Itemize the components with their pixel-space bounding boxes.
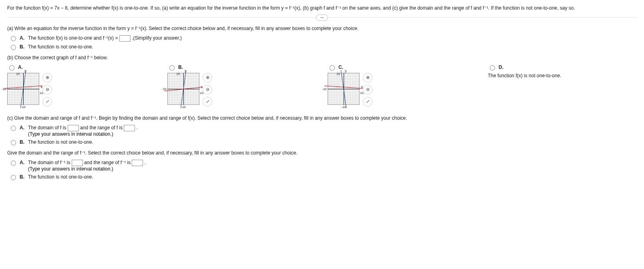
part-c-prompt-1: (c) Give the domain and range of f and f… — [7, 115, 637, 121]
tick: -10 — [162, 87, 167, 90]
tick: 10 — [336, 72, 340, 76]
tick: -10 — [322, 87, 327, 90]
part-b-choice-b-radio[interactable] — [169, 65, 175, 70]
inverse-expression-input[interactable] — [119, 35, 131, 42]
graph-choice-d: D. The function f(x) is not one-to-one. — [488, 64, 644, 106]
tick: 10 — [16, 72, 20, 76]
simplify-hint: .(Simplify your answer.) — [132, 35, 182, 41]
part-c2-choice-a-radio[interactable] — [11, 161, 16, 166]
tick: -10 — [181, 105, 186, 109]
part-b-choice-d-radio[interactable] — [490, 65, 495, 70]
tick: -10 — [2, 87, 6, 90]
choice-b-text: The function is not one-to-one. — [28, 139, 93, 145]
part-b-choice-a-radio[interactable] — [9, 65, 14, 70]
expand-icon[interactable]: ⤢ — [203, 97, 212, 106]
text: . — [137, 125, 138, 130]
part-b-prompt: (b) Choose the correct graph of f and f⁻… — [7, 55, 637, 60]
expand-icon[interactable]: ⤢ — [363, 97, 372, 106]
text: . — [145, 160, 146, 165]
part-a-choice-b-radio[interactable] — [11, 45, 16, 50]
choice-label: B. — [178, 64, 184, 70]
problem-statement: For the function f(x) = 7x − 8, determin… — [7, 5, 637, 12]
interval-note: (Type your answers in interval notation.… — [28, 166, 113, 172]
y-axis-label: y — [345, 69, 347, 73]
graph-b: y x -10 10 10 -10 — [167, 73, 199, 105]
choice-label: A. — [18, 64, 24, 70]
expand-icon[interactable]: ⤢ — [42, 97, 52, 106]
range-finv-input[interactable] — [132, 160, 143, 166]
tick: -10 — [21, 105, 26, 109]
zoom-out-icon[interactable]: ⊖ — [203, 85, 212, 94]
choice-a-text: The function f(x) is one-to-one and f⁻¹(… — [28, 35, 182, 42]
part-b-choice-c-radio[interactable] — [330, 65, 335, 70]
part-c1-choice-a-radio[interactable] — [11, 126, 16, 131]
tick: 10 — [40, 91, 43, 95]
choice-body: The domain of f is and the range of f is… — [28, 125, 138, 137]
range-f-input[interactable] — [124, 125, 135, 131]
choice-body: The domain of f⁻¹ is and the range of f⁻… — [28, 160, 146, 172]
graph-choice-group: A. y x -10 10 10 -10 ⊕ ⊖ ⤢ — [7, 64, 637, 106]
text: The domain of f is — [28, 125, 68, 130]
choice-d-text: The function f(x) is not one-to-one. — [488, 73, 644, 78]
choice-label: D. — [499, 64, 505, 70]
text: and the range of f⁻¹ is — [84, 160, 132, 165]
choice-label: A. — [20, 125, 26, 130]
choice-label: B. — [20, 44, 26, 50]
domain-finv-input[interactable] — [72, 160, 83, 166]
choice-label: B. — [20, 139, 26, 145]
text: The domain of f⁻¹ is — [28, 160, 72, 165]
zoom-out-icon[interactable]: ⊖ — [42, 85, 52, 94]
text: The function f(x) is one-to-one and f⁻¹(… — [28, 35, 119, 41]
graph-c: y x -10 10 10 -10 — [328, 73, 360, 105]
interval-note: (Type your answers in interval notation.… — [28, 131, 113, 137]
tick: -10 — [341, 105, 346, 109]
choice-label: B. — [20, 174, 26, 180]
graph-choice-c: C. y x -10 10 10 -10 ⊕ ⊖ ⤢ — [328, 64, 484, 106]
part-a-choice-a-radio[interactable] — [11, 36, 16, 41]
tick: 10 — [176, 72, 180, 76]
zoom-in-icon[interactable]: ⊕ — [42, 73, 52, 82]
choice-label: A. — [20, 35, 26, 41]
part-c2-choice-b-radio[interactable] — [11, 175, 16, 180]
choice-label: C. — [338, 64, 344, 70]
section-divider: ••• — [7, 17, 637, 18]
choice-b-text: The function is not one-to-one. — [28, 44, 93, 50]
graph-a: y x -10 10 10 -10 — [7, 73, 39, 105]
tick: 10 — [200, 91, 203, 95]
part-c-prompt-2: Give the domain and the range of f⁻¹. Se… — [7, 150, 637, 156]
more-icon[interactable]: ••• — [316, 14, 328, 21]
tick: 10 — [360, 91, 364, 95]
choice-b-text: The function is not one-to-one. — [28, 174, 93, 180]
text: and the range of f is — [80, 125, 124, 130]
part-c1-choice-b-radio[interactable] — [11, 140, 16, 145]
zoom-out-icon[interactable]: ⊖ — [363, 85, 372, 94]
choice-label: A. — [20, 160, 26, 165]
graph-choice-b: B. y x -10 10 10 -10 ⊕ ⊖ ⤢ — [167, 64, 324, 106]
part-a-prompt: (a) Write an equation for the inverse fu… — [7, 26, 637, 31]
zoom-in-icon[interactable]: ⊕ — [363, 73, 372, 82]
graph-choice-a: A. y x -10 10 10 -10 ⊕ ⊖ ⤢ — [7, 64, 163, 106]
zoom-in-icon[interactable]: ⊕ — [203, 73, 212, 82]
domain-f-input[interactable] — [68, 125, 79, 131]
